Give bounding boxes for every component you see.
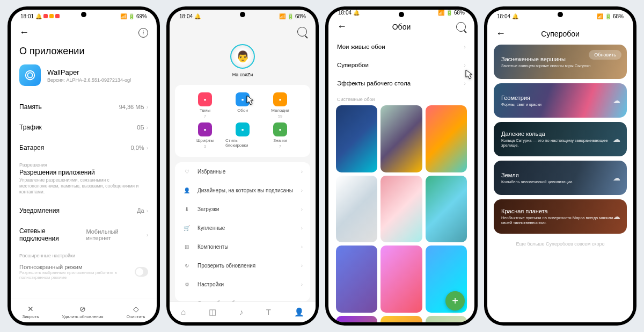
menu-item[interactable]: 👤 Дизайнеры, на которых вы подписаны › xyxy=(175,181,310,200)
wallpaper-thumb[interactable] xyxy=(380,176,422,243)
update-button[interactable]: Обновить xyxy=(589,50,621,60)
bottom-nav: ⌂ ◫ ♪ T 👤 xyxy=(170,301,316,322)
fullscreen-toggle[interactable] xyxy=(135,267,148,277)
category-item[interactable]: ▪ Стиль блокировки xyxy=(225,122,260,149)
notch xyxy=(81,12,86,17)
chevron-right-icon: › xyxy=(147,232,148,238)
category-item[interactable]: ▪ Шрифты 3 xyxy=(188,122,222,149)
category-item[interactable]: ▪ Обои xyxy=(225,92,260,118)
wallpaper-thumb[interactable] xyxy=(336,316,377,322)
header: ← Суперобои xyxy=(487,23,633,45)
chevron-right-icon: › xyxy=(301,263,303,269)
category-item[interactable]: ▪ Темы 7 xyxy=(188,92,222,118)
category-item[interactable]: ▪ Значки 7 xyxy=(263,122,297,149)
wallpaper-thumb[interactable] xyxy=(426,105,467,172)
cloud-download-icon[interactable]: ☁ xyxy=(613,135,620,143)
battery-pct: 68% xyxy=(613,13,624,19)
category-label: Обои xyxy=(237,108,248,113)
nav-home-icon[interactable]: ⌂ xyxy=(181,307,186,317)
category-label: Шрифты xyxy=(196,138,214,143)
superwallpaper-card[interactable]: Земля Колыбель человеческой цивилизации.… xyxy=(494,161,627,195)
back-button[interactable]: ← xyxy=(337,21,347,32)
bell-icon: 🔔 xyxy=(512,13,518,19)
card-desc: Кольца Сатурна — это по-настоящему завор… xyxy=(501,138,619,148)
nav-font-icon[interactable]: T xyxy=(266,307,271,317)
search-icon[interactable] xyxy=(456,22,466,32)
wallpaper-thumb[interactable] xyxy=(336,105,377,172)
wallpaper-thumb[interactable] xyxy=(426,316,467,322)
wallpaper-thumb[interactable] xyxy=(380,105,422,172)
menu-item[interactable]: ⚠ Отчет об ошибке › xyxy=(175,294,310,301)
wallpaper-thumb[interactable] xyxy=(426,176,467,243)
search-icon[interactable] xyxy=(297,27,307,37)
battery-icon: 🔋 xyxy=(128,13,135,19)
cloud-download-icon[interactable]: ☁ xyxy=(613,96,620,105)
clear-action[interactable]: ◇Очистить xyxy=(127,305,145,319)
wallpaper-thumb[interactable] xyxy=(380,316,422,322)
menu-item[interactable]: ♡ Избранные › xyxy=(175,162,310,181)
category-item[interactable]: ▪ Мелодии 59 xyxy=(263,92,297,118)
permissions-desc: Управление разрешениями, связанными с ме… xyxy=(11,176,157,200)
notif-value: Да xyxy=(137,207,144,214)
stat-row[interactable]: Трафик 0Б › xyxy=(11,117,157,138)
cloud-download-icon[interactable]: ☁ xyxy=(613,174,620,182)
notif-icon xyxy=(49,14,54,18)
notif-icon xyxy=(43,14,48,18)
chevron-right-icon: › xyxy=(464,44,466,50)
network-row[interactable]: Сетевые подключения Мобильный интернет › xyxy=(11,221,157,249)
superwallpaper-card[interactable]: Заснеженные вершины Залитые солнцем горн… xyxy=(494,45,627,79)
advanced-section: Расширенные настройки xyxy=(11,249,157,259)
stat-value: 0Б xyxy=(137,124,144,131)
add-wallpaper-fab[interactable]: + xyxy=(445,291,465,311)
back-button[interactable]: ← xyxy=(19,27,29,38)
stat-row[interactable]: Батарея 0,0% › xyxy=(11,138,157,158)
notifications-row[interactable]: Уведомления Да › xyxy=(11,200,157,221)
menu-list: ♡ Избранные › 👤 Дизайнеры, на которых вы… xyxy=(175,162,310,301)
stat-row[interactable]: Память 94,36 МБ › xyxy=(11,97,157,117)
menu-item[interactable]: ⬇ Загрузки › xyxy=(175,200,310,219)
superwallpaper-cards: Заснеженные вершины Залитые солнцем горн… xyxy=(487,45,633,234)
menu-item[interactable]: ↻ Проверить обновления › xyxy=(175,256,310,275)
superwallpaper-card[interactable]: Геометрия Формы, свет и краски ☁ xyxy=(494,83,627,118)
wallpaper-thumb[interactable] xyxy=(336,176,377,243)
back-button[interactable]: ← xyxy=(496,28,506,39)
menu-icon: 👤 xyxy=(182,187,191,193)
list-item[interactable]: Эффекты рабочего стола › xyxy=(328,74,474,92)
close-action[interactable]: ✕Закрыть xyxy=(23,305,39,319)
info-icon[interactable]: i xyxy=(138,28,148,38)
card-desc: Необъятные пустыни на поверхности Марса … xyxy=(501,215,619,225)
category-count: 7 xyxy=(279,145,281,148)
nav-profile-icon[interactable]: 👤 xyxy=(294,307,304,317)
status-time: 18:04 xyxy=(179,13,193,19)
wallpaper-thumb[interactable] xyxy=(380,246,422,313)
menu-item[interactable]: 🛒 Купленные › xyxy=(175,219,310,237)
stat-label: Память xyxy=(19,103,42,111)
category-count: 7 xyxy=(204,114,206,118)
avatar-block[interactable]: 👨 На свяZи xyxy=(170,41,316,85)
notch xyxy=(240,12,245,17)
header: ← i xyxy=(11,23,157,42)
menu-item[interactable]: ⊞ Компоненты › xyxy=(175,237,310,256)
header: ← Обои xyxy=(328,16,474,38)
status-time: 18:04 xyxy=(497,13,510,19)
menu-icon: ⚙ xyxy=(182,282,191,287)
list-item[interactable]: Мои живые обои › xyxy=(328,38,474,56)
superwallpaper-card[interactable]: Красная планета Необъятные пустыни на по… xyxy=(494,199,627,234)
card-desc: Формы, свет и краски xyxy=(501,102,619,107)
chevron-right-icon: › xyxy=(147,145,148,151)
permissions-section: Разрешения xyxy=(11,158,157,169)
wallpaper-thumb[interactable] xyxy=(336,246,377,313)
category-label: Темы xyxy=(200,108,210,113)
superwallpaper-card[interactable]: Далекие кольца Кольца Сатурна — это по-н… xyxy=(494,122,627,156)
nav-explore-icon[interactable]: ◫ xyxy=(209,307,216,317)
notch xyxy=(399,12,404,17)
menu-item[interactable]: ⚙ Настройки › xyxy=(175,275,310,294)
uninstall-updates-action[interactable]: ⊘Удалить обновления xyxy=(62,305,103,319)
nav-ringtone-icon[interactable]: ♪ xyxy=(239,307,244,317)
list-item[interactable]: Суперобои › xyxy=(328,56,474,74)
permissions-title[interactable]: Разрешения приложений xyxy=(11,169,157,176)
fullscreen-row[interactable]: Полноэкранный режим Разрешить выбранным … xyxy=(11,259,157,284)
cloud-download-icon[interactable]: ☁ xyxy=(613,212,620,221)
screen-superwallpapers: 18:04 🔔 📶🔋68% ← Суперобои Заснеженные ве… xyxy=(487,10,633,322)
category-icon: ▪ xyxy=(273,122,287,136)
